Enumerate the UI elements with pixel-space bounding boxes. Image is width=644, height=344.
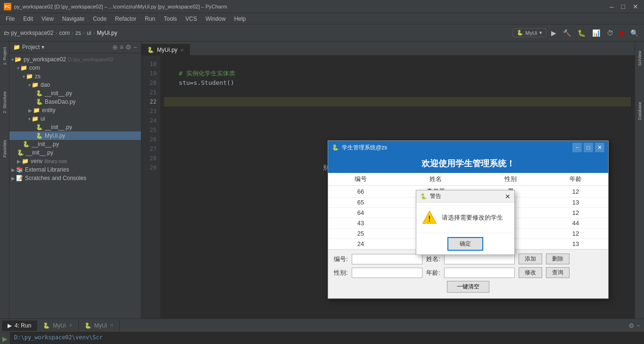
line-num-21: 21 [141, 88, 157, 97]
structure-tab[interactable]: 2: Structure [1, 88, 8, 117]
nianling-input[interactable] [444, 268, 515, 278]
tree-item-zs[interactable]: ▾ 📁 zs [9, 72, 141, 81]
tree-item-entity[interactable]: ▶ 📁 entity [9, 106, 141, 115]
database-tab[interactable]: Database [636, 98, 643, 124]
clear-button[interactable]: 一键清空 [447, 281, 489, 293]
modify-button[interactable]: 修改 [519, 267, 542, 278]
window-controls[interactable]: – □ ✕ [608, 3, 640, 10]
menu-help[interactable]: Help [231, 15, 250, 23]
search-everywhere-button[interactable]: 🔍 [628, 28, 640, 38]
tree-item-com[interactable]: ▾ 📁 com [9, 64, 141, 72]
line-num-22: 22 [141, 97, 157, 106]
bottom-settings-button[interactable]: ⚙ [628, 322, 635, 329]
cell-1-3: 13 [543, 197, 608, 208]
app-minimize-button[interactable]: − [572, 143, 582, 152]
run-config-dropdown-icon: ▾ [539, 30, 542, 36]
app-close-button[interactable]: ✕ [595, 143, 604, 152]
tree-item-dao[interactable]: ▾ 📁 dao [9, 81, 141, 89]
tree-label: External Libraries [25, 166, 69, 173]
minimize-panel-button[interactable]: − [133, 43, 137, 51]
bottom-tab-run[interactable]: ▶ 4: Run [2, 320, 37, 331]
tab-close-1[interactable]: ✕ [69, 323, 73, 328]
menu-navigate[interactable]: Navigate [58, 15, 88, 23]
arrow-icon: ▶ [17, 159, 21, 164]
pycharm-icon: PC [4, 3, 11, 10]
run-side-buttons: ▶ ▲ ▼ ■ ↺ 📌 [0, 332, 10, 344]
menu-refactor[interactable]: Refactor [111, 15, 140, 23]
tree-item-basedao[interactable]: 🐍 BaseDao.py [9, 98, 141, 106]
menu-window[interactable]: Window [202, 15, 230, 23]
xingming-input[interactable] [444, 254, 515, 264]
menu-tools[interactable]: Tools [160, 15, 181, 23]
breadcrumb-sep-4: › [93, 30, 95, 36]
form-row-2: 性别: 年龄: 修改 查询 [334, 267, 603, 278]
breadcrumb-com[interactable]: com [59, 30, 70, 36]
run-button[interactable]: ▶ [549, 28, 558, 38]
add-item-button[interactable]: ⊕ [112, 43, 118, 51]
project-tab[interactable]: 1: Project [1, 43, 8, 69]
xingbie-input[interactable] [352, 268, 422, 278]
bottom-collapse-button[interactable]: − [636, 322, 640, 329]
tree-item-zs-init[interactable]: 🐍 __init__.py [9, 140, 141, 148]
profile-button[interactable]: ⏱ [605, 28, 615, 38]
build-button[interactable]: 🔨 [561, 28, 573, 38]
menu-vcs[interactable]: VCS [182, 15, 201, 23]
tree-label: __init__.py [45, 90, 72, 97]
bottom-tab-myui-1[interactable]: 🐍 MyUi ✕ [37, 320, 78, 331]
close-button[interactable]: ✕ [631, 3, 640, 10]
menu-edit[interactable]: Edit [19, 15, 37, 23]
minimize-button[interactable]: – [608, 3, 616, 10]
tree-item-scratches[interactable]: ▶ 📝 Scratches and Consoles [9, 174, 141, 182]
biaohao-input[interactable] [352, 254, 422, 264]
app-maximize-button[interactable]: □ [584, 143, 593, 152]
tab-close-2[interactable]: ✕ [110, 323, 114, 328]
tree-item-ui[interactable]: ▾ 📁 ui [9, 115, 141, 123]
tree-item-root[interactable]: ▾ 📂 py_workspace02 D:\py_workspace02 [9, 55, 141, 64]
add-button[interactable]: 添加 [519, 254, 542, 264]
menu-code[interactable]: Code [89, 15, 110, 23]
line-num-25: 25 [141, 125, 157, 135]
stop-button[interactable]: ■ [618, 28, 626, 38]
tree-item-dao-init[interactable]: 🐍 __init__.py [9, 89, 141, 98]
col-header-age: 年龄 [543, 173, 608, 186]
favorites-tab[interactable]: Favorites [1, 136, 8, 161]
tree-item-com-init[interactable]: 🐍 __init__.py [9, 148, 141, 157]
ok-button[interactable]: 确定 [447, 237, 483, 251]
breadcrumb-file[interactable]: MyUi.py [97, 30, 117, 36]
coverage-button[interactable]: 📊 [590, 28, 602, 38]
folder-icon: 📁 [20, 65, 27, 71]
breadcrumb-ui[interactable]: ui [87, 30, 91, 36]
project-dropdown-icon[interactable]: ▾ [41, 44, 44, 50]
delete-button[interactable]: 删除 [546, 254, 570, 264]
warning-close-button[interactable]: ✕ [505, 193, 511, 200]
editor-tab-myui[interactable]: 🐍 MyUi.py ✕ [141, 44, 190, 55]
app-window-controls: − □ ✕ [572, 143, 604, 152]
bottom-tab-area: ▶ 4: Run 🐍 MyUi ✕ 🐍 MyUi ✕ [2, 320, 625, 331]
project-panel: 📁 Project ▾ ⊕ ≡ ⚙ − ▾ 📂 py_workspace02 D… [9, 41, 141, 319]
menu-view[interactable]: View [38, 15, 58, 23]
collapse-button[interactable]: ≡ [120, 43, 124, 51]
menu-file[interactable]: File [2, 15, 18, 23]
maximize-button[interactable]: □ [619, 3, 627, 10]
run-config-selector[interactable]: 🐍 MyUi ▾ [512, 28, 546, 37]
toolbar: 🗁 py_workspace02 › com › zs › ui › MyUi.… [0, 25, 644, 41]
sciview-tab[interactable]: SciView [636, 47, 643, 70]
menu-run[interactable]: Run [141, 15, 159, 23]
tab-close-icon[interactable]: ✕ [180, 48, 184, 53]
search-button[interactable]: 查询 [546, 267, 570, 278]
app-title-bar[interactable]: 🐍 学生管理系统@zs − □ ✕ [328, 141, 608, 154]
folder-open-icon: 📂 [15, 56, 22, 63]
tree-item-ui-init[interactable]: 🐍 __init__.py [9, 123, 141, 131]
run-play-button[interactable]: ▶ [1, 334, 8, 344]
breadcrumb-root[interactable]: 🗁 py_workspace02 [4, 30, 53, 36]
breadcrumb-zs[interactable]: zs [75, 30, 81, 36]
tree-item-ext-libs[interactable]: ▶ 📚 External Libraries [9, 165, 141, 174]
bottom-tab-myui-2[interactable]: 🐍 MyUi ✕ [79, 320, 120, 331]
tree-item-venv[interactable]: ▶ 📁 venv library root [9, 157, 141, 165]
tree-item-myui[interactable]: 🐍 MyUi.py [9, 131, 141, 140]
code-line-23 [164, 106, 631, 116]
app-title-label: 学生管理系统@zs [342, 144, 387, 152]
settings-button[interactable]: ⚙ [125, 43, 132, 51]
project-tree: ▾ 📂 py_workspace02 D:\py_workspace02 ▾ 📁… [9, 53, 141, 319]
debug-button[interactable]: 🐛 [576, 28, 587, 38]
